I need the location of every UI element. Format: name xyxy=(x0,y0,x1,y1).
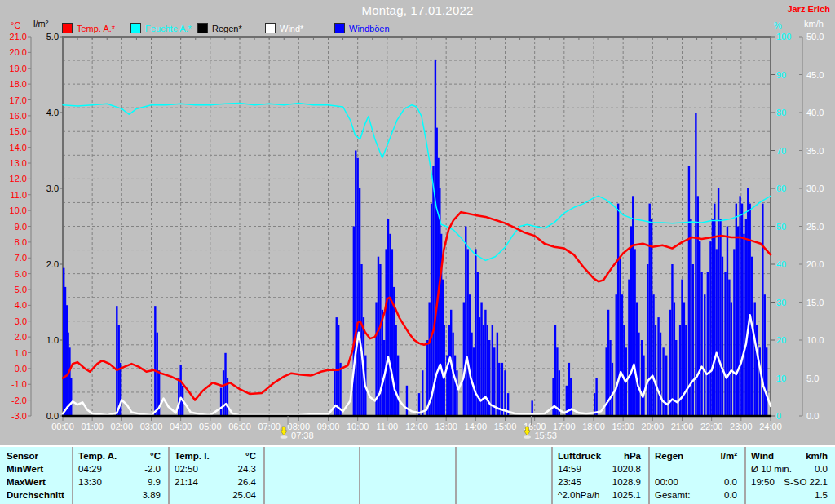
windgust-bar xyxy=(728,280,730,416)
windgust-bar xyxy=(751,257,753,416)
x-axis-label: 13:00 xyxy=(435,422,457,431)
windgust-bar xyxy=(389,234,391,416)
windgust-bar xyxy=(463,303,465,417)
windgust-bar xyxy=(719,219,721,416)
windgust-bar xyxy=(619,257,621,416)
table-cell: 3.89 xyxy=(73,489,168,502)
windgust-bar xyxy=(727,227,728,417)
table-column-header: Windkm/h xyxy=(746,449,835,462)
temp-axis-label: 17.0 xyxy=(10,95,27,105)
rain-axis-label: 1.0 xyxy=(46,335,59,345)
cell-value: -2.0 xyxy=(144,462,161,475)
wind-axis-label: 35.0 xyxy=(806,146,824,156)
windgust-bar xyxy=(733,249,735,416)
x-axis-label: 12:00 xyxy=(405,422,428,431)
wind-axis-label: 10.0 xyxy=(806,335,824,345)
windgust-bar xyxy=(336,317,338,416)
x-axis-label: 06:00 xyxy=(228,422,251,431)
wind-axis-label: 40.0 xyxy=(806,108,824,117)
sensor-unit: hPa xyxy=(624,449,641,462)
windgust-bar xyxy=(391,249,393,416)
windgust-bar xyxy=(632,196,634,416)
windgust-bar xyxy=(116,306,117,416)
humidity-axis-label: 40 xyxy=(776,259,786,269)
windgust-bar xyxy=(501,363,503,416)
wind-axis-label: 0.0 xyxy=(806,411,819,421)
windgust-bar xyxy=(621,294,623,416)
humidity-axis-label: 90 xyxy=(776,70,786,80)
temp-axis-label: 6.0 xyxy=(15,269,27,279)
cell-time: ^2.0hPa/h xyxy=(558,489,599,502)
windgust-bar xyxy=(700,272,702,416)
windgust-bar xyxy=(683,303,685,417)
wind-axis-label: 50.0 xyxy=(806,32,824,42)
windgust-bar xyxy=(360,264,362,416)
windgust-bar xyxy=(724,272,726,416)
windgust-bar xyxy=(690,219,691,416)
cell-value: 1.5 xyxy=(815,489,828,502)
summary-table: SensorMinWertMaxWertDurchschnittTemp. A.… xyxy=(0,445,835,504)
x-axis-label: 18:00 xyxy=(582,422,605,431)
windgust-bar xyxy=(456,370,457,416)
x-axis-label: 15:00 xyxy=(494,422,517,431)
windgust-bar xyxy=(355,151,356,417)
cell-value: 0.0 xyxy=(724,475,737,489)
humidity-axis-label: 80 xyxy=(776,108,786,117)
table-column xyxy=(263,447,359,504)
windgust-bar xyxy=(697,196,699,416)
windgust-bar xyxy=(422,370,423,416)
windgust-bar xyxy=(465,227,466,417)
wind-axis-label: 20.0 xyxy=(806,259,824,269)
temp-axis-label: -3.0 xyxy=(11,411,27,421)
cell-time: Ø 10 min. xyxy=(751,462,792,475)
windgust-bar xyxy=(353,227,355,417)
windgust-bar xyxy=(679,325,681,416)
table-row-label: Sensor xyxy=(0,449,72,462)
table-column: Regenl/m²00:000.0Gesamt:0.0 xyxy=(648,447,744,504)
table-column-header xyxy=(457,449,551,462)
cell-value: 1020.8 xyxy=(612,462,641,475)
temp-axis-label: 11.0 xyxy=(10,190,27,200)
windgust-bar xyxy=(154,306,156,416)
x-axis-label: 05:00 xyxy=(199,422,222,431)
temp-axis-label: 14.0 xyxy=(10,143,27,153)
table-column: Windkm/hØ 10 min.0.019:50S-SO 22.11.5 xyxy=(744,447,835,504)
windgust-bar xyxy=(671,264,673,416)
cell-value: S-SO 22.1 xyxy=(784,475,828,489)
temp-axis-label: 1.0 xyxy=(15,348,27,358)
x-axis-label: 23:00 xyxy=(730,422,753,431)
windgust-bar xyxy=(616,294,617,416)
windgust-bar xyxy=(715,249,717,416)
sun-horizon-icon xyxy=(524,435,531,439)
windgust-bar xyxy=(356,158,358,416)
humidity-axis-label: 30 xyxy=(776,298,786,307)
temp-axis-label: 20.0 xyxy=(10,47,27,57)
table-cell: 21:1426.4 xyxy=(170,475,263,489)
table-cell: 1.5 xyxy=(746,489,835,502)
table-cell xyxy=(360,475,455,489)
table-cell xyxy=(650,462,744,475)
windgust-bar xyxy=(444,325,445,416)
table-cell xyxy=(457,489,551,502)
sun-marker-time: 07:38 xyxy=(291,431,314,440)
table-cell: ^2.0hPa/h1025.1 xyxy=(553,489,648,502)
x-axis-label: 00:00 xyxy=(51,422,74,431)
windgust-bar xyxy=(223,370,224,416)
cell-time: 19:50 xyxy=(751,475,775,489)
table-cell: Gesamt:0.0 xyxy=(650,489,744,502)
table-row-labels: SensorMinWertMaxWertDurchschnitt xyxy=(0,447,72,504)
windgust-bar xyxy=(675,340,677,416)
windgust-bar xyxy=(568,363,570,416)
windgust-bar xyxy=(731,303,732,417)
temp-axis-label: 9.0 xyxy=(15,222,27,232)
windgust-bar xyxy=(739,196,740,416)
wind-axis-label: 15.0 xyxy=(806,298,824,307)
x-axis-label: 03:00 xyxy=(140,422,163,431)
table-cell: Ø 10 min.0.0 xyxy=(746,462,835,475)
table-cell: 19:50S-SO 22.1 xyxy=(746,475,835,489)
rain-axis-label: 5.0 xyxy=(46,32,59,42)
temp-axis-label: -2.0 xyxy=(11,396,27,405)
cell-time: 21:14 xyxy=(175,475,198,489)
temp-axis-label: 15.0 xyxy=(10,126,27,136)
wind-axis-label: 5.0 xyxy=(806,374,819,383)
